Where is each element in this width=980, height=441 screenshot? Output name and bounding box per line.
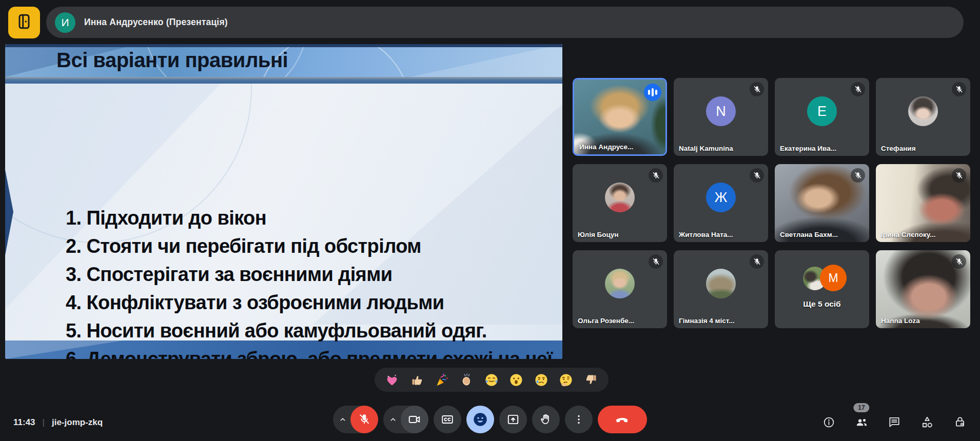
reaction-cry-button[interactable] — [533, 371, 550, 389]
mic-off-icon — [649, 168, 663, 183]
participant-name: Natalj Kamunina — [679, 145, 733, 152]
participant-tile[interactable]: EЕкатерина Ива... — [775, 78, 869, 156]
door-icon — [15, 12, 33, 33]
mic-button[interactable] — [350, 406, 378, 433]
participant-name: Житлова Ната... — [679, 231, 733, 238]
camera-button[interactable] — [401, 406, 428, 433]
presentation-slide[interactable]: Всі варіанти правильні 1. Підходити до в… — [5, 44, 562, 359]
captions-button[interactable] — [434, 406, 461, 433]
reaction-thinking-button[interactable] — [557, 371, 575, 389]
participant-tile[interactable]: Ольга Розенбе... — [573, 250, 667, 328]
clock-time: 11:43 — [13, 417, 35, 428]
panel-controls: 17 — [821, 414, 968, 430]
reaction-heart-button[interactable] — [383, 371, 401, 389]
participant-avatar — [605, 183, 635, 212]
camera-control — [383, 406, 428, 433]
mic-off-icon — [750, 82, 764, 96]
people-count-badge: 17 — [853, 403, 869, 412]
people-button[interactable]: 17 — [854, 414, 869, 430]
more-options-button[interactable] — [565, 406, 593, 433]
slide-list-item: 6. Демонструвати зброю, або предмети схо… — [66, 345, 559, 359]
reactions-bar — [375, 368, 609, 392]
reaction-clap-button[interactable] — [458, 371, 476, 389]
reaction-surprised-button[interactable] — [507, 371, 525, 389]
mic-off-icon — [952, 82, 966, 96]
slide-list: 1. Підходити до вікон2. Стояти чи перебі… — [66, 204, 559, 359]
participant-avatar — [908, 96, 938, 126]
participant-tile[interactable]: Hanna Loza — [876, 250, 970, 328]
participant-name: Гімназія 4 міст... — [679, 317, 735, 325]
participant-tile[interactable]: NNatalj Kamunina — [674, 78, 768, 156]
participant-name: Екатерина Ива... — [780, 145, 836, 152]
presenting-now-bar: И Инна Андрусенко (Презентація) — [46, 7, 964, 38]
divider: | — [43, 417, 45, 428]
participant-tile[interactable]: Инна Андрусе... — [573, 78, 667, 156]
mic-off-icon — [750, 254, 764, 269]
participant-tile[interactable]: Гімназія 4 міст... — [674, 250, 768, 328]
participant-tile[interactable]: Ірина Слєпоку... — [876, 164, 970, 242]
participant-name: Hanna Loza — [881, 317, 920, 325]
call-controls — [333, 406, 647, 433]
slide-top-line — [5, 44, 562, 47]
end-call-button[interactable] — [598, 406, 647, 433]
reaction-thumbs-down-button[interactable] — [582, 371, 600, 389]
slide-list-item: 2. Стояти чи перебігати під обстрілом — [66, 232, 559, 260]
participant-name: Ірина Слєпоку... — [881, 231, 935, 238]
mic-off-icon — [851, 82, 865, 96]
participant-tile[interactable]: MЩе 5 осіб — [775, 250, 869, 328]
participant-name: Ще 5 осіб — [775, 299, 869, 309]
info-button[interactable] — [821, 414, 836, 430]
participant-avatar: N — [706, 96, 736, 126]
participant-avatar — [605, 269, 635, 298]
participant-avatar: Ж — [706, 183, 736, 212]
speaking-indicator — [644, 84, 661, 101]
reactions-button[interactable] — [466, 406, 494, 433]
slide-divider-bar — [5, 77, 562, 84]
present-button[interactable] — [499, 406, 527, 433]
participant-name: Стефания — [881, 145, 916, 152]
slide-list-item: 4. Конфліктувати з озброєними людьми — [66, 289, 559, 317]
mic-off-icon — [952, 254, 966, 269]
chat-button[interactable] — [887, 414, 902, 430]
mic-off-icon — [750, 168, 764, 183]
activities-button[interactable] — [919, 414, 935, 430]
participant-tile[interactable]: Стефания — [876, 78, 970, 156]
overflow-initial-avatar: M — [820, 265, 847, 291]
camera-options-chevron[interactable] — [385, 406, 401, 433]
mic-off-icon — [851, 168, 865, 183]
participant-name: Инна Андрусе... — [579, 143, 633, 151]
participant-name: Юлія Боцун — [578, 231, 618, 238]
mic-control — [333, 406, 378, 433]
participant-avatar: E — [807, 96, 837, 126]
meeting-code: jie-jomp-zkq — [52, 417, 103, 428]
participant-avatar — [706, 269, 736, 298]
participant-tile[interactable]: Юлія Боцун — [573, 164, 667, 242]
slide-list-item: 1. Підходити до вікон — [66, 204, 559, 232]
participant-tile[interactable]: ЖЖитлова Ната... — [674, 164, 768, 242]
participant-tile[interactable]: Светлана Бахм... — [775, 164, 869, 242]
host-controls-button[interactable] — [952, 414, 968, 430]
mic-off-icon — [649, 254, 663, 269]
presenter-avatar: И — [55, 12, 75, 33]
meeting-info: 11:43 | jie-jomp-zkq — [13, 417, 103, 428]
reaction-thumbs-up-button[interactable] — [408, 371, 426, 389]
participant-name: Светлана Бахм... — [780, 231, 838, 238]
reaction-party-button[interactable] — [433, 371, 450, 389]
participant-name: Ольга Розенбе... — [578, 317, 634, 325]
raise-hand-button[interactable] — [532, 406, 560, 433]
overflow-avatars: M — [775, 265, 869, 293]
reaction-joy-button[interactable] — [483, 371, 500, 389]
slide-list-item: 5. Носити воєнний або камуфльований одяг… — [66, 317, 559, 345]
slide-title: Всі варіанти правильні — [56, 49, 288, 72]
slide-list-item: 3. Спостерігати за воєнними діями — [66, 260, 559, 289]
meeting-app-badge[interactable] — [8, 7, 40, 38]
mic-options-chevron[interactable] — [335, 406, 350, 433]
presenter-name: Инна Андрусенко (Презентація) — [84, 17, 228, 28]
mic-off-icon — [952, 168, 966, 183]
